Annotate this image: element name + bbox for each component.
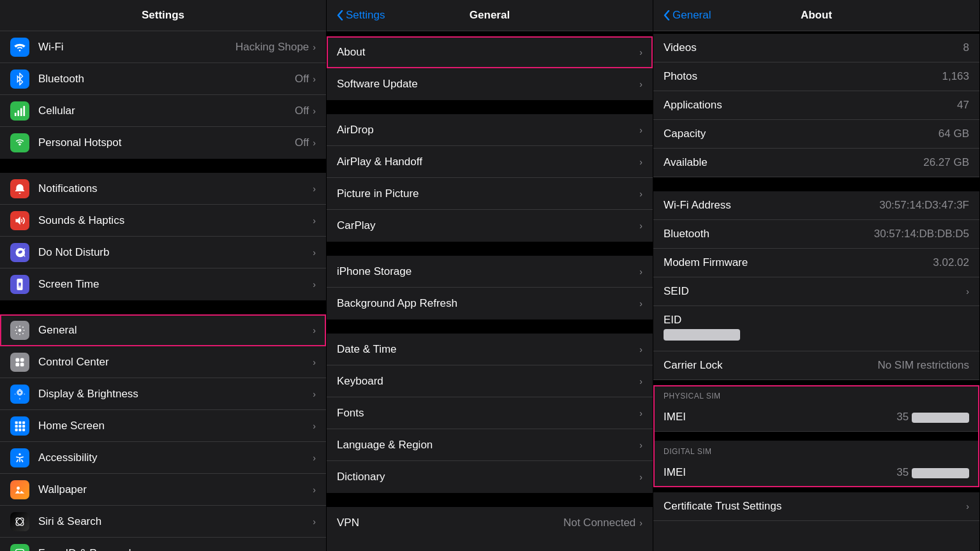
controlcenter-row[interactable]: Control Center › xyxy=(0,346,326,378)
eid-value-box xyxy=(664,327,740,343)
applications-row[interactable]: Applications 47 xyxy=(653,91,979,120)
homescreen-row[interactable]: Home Screen › xyxy=(0,410,326,442)
capacity-row: Capacity 64 GB xyxy=(653,120,979,149)
seid-row[interactable]: SEID › xyxy=(653,277,979,306)
controlcenter-icon xyxy=(10,353,29,372)
bg-refresh-chevron: › xyxy=(639,298,642,309)
svg-rect-3 xyxy=(23,105,25,115)
svg-rect-13 xyxy=(15,421,18,423)
bg-refresh-row[interactable]: Background App Refresh › xyxy=(327,288,653,320)
general-row[interactable]: General › xyxy=(0,314,326,346)
language-row[interactable]: Language & Region › xyxy=(327,429,653,461)
general-label: General xyxy=(38,324,313,337)
faceid-icon xyxy=(10,544,29,552)
eid-blurred xyxy=(664,329,740,341)
wallpaper-icon xyxy=(10,480,29,499)
screentime-chevron: › xyxy=(313,279,316,290)
g2-sep0 xyxy=(327,31,653,36)
homescreen-label: Home Screen xyxy=(38,420,313,432)
vpn-value: Not Connected xyxy=(563,517,635,529)
digital-sim-label: DIGITAL SIM xyxy=(653,441,979,459)
general-back-button[interactable]: Settings xyxy=(337,9,385,22)
digital-imei-label: IMEI xyxy=(664,466,686,479)
carplay-row[interactable]: CarPlay › xyxy=(327,210,653,242)
about-sep2 xyxy=(653,380,979,385)
available-value: 26.27 GB xyxy=(923,156,969,169)
cert-group: Certificate Trust Settings › xyxy=(653,492,979,521)
bg-refresh-label: Background App Refresh xyxy=(337,297,639,310)
videos-label: Videos xyxy=(664,41,697,54)
faceid-row[interactable]: Face ID & Passcode › xyxy=(0,538,326,551)
fonts-row[interactable]: Fonts › xyxy=(327,397,653,429)
cellular-row[interactable]: Cellular Off › xyxy=(0,95,326,127)
about-back-button[interactable]: General xyxy=(664,9,711,22)
svg-rect-14 xyxy=(19,421,21,423)
about-sep1 xyxy=(653,177,979,191)
modem-firmware-value: 3.02.02 xyxy=(933,256,969,269)
pip-row[interactable]: Picture in Picture › xyxy=(327,178,653,210)
airplay-chevron: › xyxy=(639,157,642,167)
svg-point-4 xyxy=(19,143,20,145)
iphone-storage-chevron: › xyxy=(639,267,642,277)
screentime-row[interactable]: Screen Time › xyxy=(0,268,326,300)
bluetooth-row[interactable]: Bluetooth Off › xyxy=(0,63,326,95)
datetime-row[interactable]: Date & Time › xyxy=(327,334,653,365)
siri-row[interactable]: Siri & Search › xyxy=(0,506,326,538)
airplay-row[interactable]: AirPlay & Handoff › xyxy=(327,146,653,178)
cellular-icon xyxy=(10,101,29,121)
svg-point-23 xyxy=(17,487,20,490)
videos-row[interactable]: Videos 8 xyxy=(653,34,979,62)
media-group: Videos 8 Photos 1,163 Applications 47 Ca… xyxy=(653,34,979,177)
vpn-row[interactable]: VPN Not Connected › xyxy=(327,507,653,539)
separator-1 xyxy=(0,159,326,173)
dnd-row[interactable]: Do Not Disturb › xyxy=(0,237,326,268)
siri-icon xyxy=(10,512,29,531)
accessibility-chevron: › xyxy=(313,453,316,463)
iphone-storage-row[interactable]: iPhone Storage › xyxy=(327,256,653,288)
sim-section: PHYSICAL SIM IMEI 35 DIGITAL SIM IMEI 35 xyxy=(653,385,979,487)
carrier-lock-value: No SIM restrictions xyxy=(877,359,969,372)
dictionary-row[interactable]: Dictionary › xyxy=(327,461,653,493)
bluetooth-address-value: 30:57:14:DB:DB:D5 xyxy=(874,228,969,240)
photos-row[interactable]: Photos 1,163 xyxy=(653,62,979,91)
cert-trust-label: Certificate Trust Settings xyxy=(664,500,782,513)
vpn-chevron: › xyxy=(639,518,642,528)
network-group: Wi-Fi Address 30:57:14:D3:47:3F Bluetoot… xyxy=(653,191,979,380)
keyboard-chevron: › xyxy=(639,376,642,386)
software-update-row[interactable]: Software Update › xyxy=(327,68,653,100)
about-header: General About xyxy=(653,0,979,31)
capacity-value: 64 GB xyxy=(939,128,969,140)
software-update-label: Software Update xyxy=(337,78,639,91)
sounds-row[interactable]: Sounds & Haptics › xyxy=(0,205,326,237)
homescreen-icon xyxy=(10,416,29,436)
general-icon xyxy=(10,321,29,340)
accessibility-row[interactable]: Accessibility › xyxy=(0,442,326,474)
airdrop-row[interactable]: AirDrop › xyxy=(327,114,653,146)
digital-imei-row: IMEI 35 xyxy=(653,459,979,487)
general-title: General xyxy=(470,9,510,22)
homescreen-chevron: › xyxy=(313,421,316,431)
wifi-row[interactable]: Wi-Fi Hacking Shope › xyxy=(0,31,326,63)
controlcenter-chevron: › xyxy=(313,357,316,367)
accessibility-label: Accessibility xyxy=(38,452,313,464)
about-back-label: General xyxy=(672,9,711,22)
cert-trust-row[interactable]: Certificate Trust Settings › xyxy=(653,492,979,521)
separator-2 xyxy=(0,300,326,314)
svg-rect-17 xyxy=(19,425,21,427)
notifications-row[interactable]: Notifications › xyxy=(0,173,326,205)
wifi-address-label: Wi-Fi Address xyxy=(664,199,731,212)
datetime-group: Date & Time › Keyboard › Fonts › Languag… xyxy=(327,334,653,493)
physical-imei-label: IMEI xyxy=(664,411,686,423)
siri-label: Siri & Search xyxy=(38,515,313,528)
svg-point-8 xyxy=(19,328,22,332)
hotspot-chevron: › xyxy=(313,138,316,148)
wallpaper-row[interactable]: Wallpaper › xyxy=(0,474,326,506)
svg-rect-7 xyxy=(19,286,21,288)
applications-label: Applications xyxy=(664,99,722,112)
fonts-label: Fonts xyxy=(337,407,639,420)
about-row[interactable]: About › xyxy=(327,36,653,68)
keyboard-row[interactable]: Keyboard › xyxy=(327,365,653,397)
display-row[interactable]: Display & Brightness › xyxy=(0,378,326,410)
carrier-lock-label: Carrier Lock xyxy=(664,359,723,372)
hotspot-row[interactable]: Personal Hotspot Off › xyxy=(0,127,326,159)
